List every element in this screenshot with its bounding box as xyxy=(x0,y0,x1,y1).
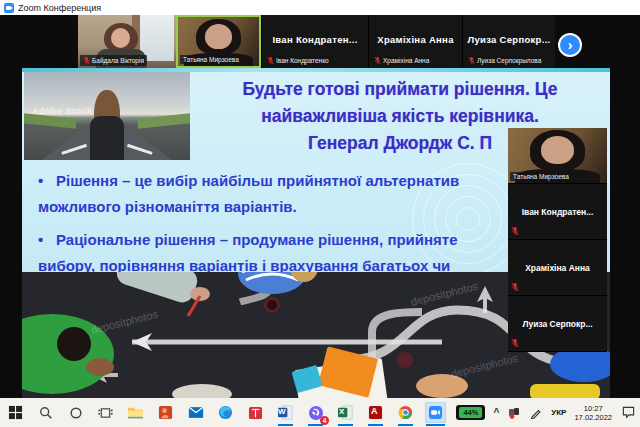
participant-strip: Байдала Вікторія Татьяна Мирзоева Іван К… xyxy=(0,15,640,68)
tray-app-icon xyxy=(508,407,520,419)
excel-app-button[interactable]: X xyxy=(336,403,355,422)
pen-icon xyxy=(530,407,542,419)
participant-name-label: Байдала Вікторія xyxy=(80,55,147,66)
tray-overflow-button[interactable]: ^ xyxy=(493,407,499,418)
windows-ink-button[interactable] xyxy=(529,406,543,420)
system-tray: 44% ^ УКР 10:27 17.02.2022 xyxy=(456,404,640,422)
folder-icon xyxy=(127,405,144,420)
sidebar-tile-kondratenko[interactable]: Іван Кондратен... xyxy=(508,184,607,240)
muted-mic-icon xyxy=(511,338,519,348)
battery-widget[interactable]: 44% xyxy=(456,405,485,420)
start-button[interactable] xyxy=(6,403,25,422)
viber-badge: 4 xyxy=(320,416,329,425)
battery-percent: 44% xyxy=(459,407,482,418)
shared-screen-area: Adobe Stock Будьте готові приймати рішен… xyxy=(0,68,640,398)
muted-mic-icon xyxy=(511,282,519,292)
edge-browser-button[interactable] xyxy=(216,403,235,422)
sidebar-video-mirzoeva[interactable]: Татьяна Мирзоева xyxy=(508,128,607,184)
books-app-button[interactable] xyxy=(246,403,265,422)
muted-mic-icon xyxy=(267,56,274,65)
muted-mic-icon xyxy=(374,56,381,65)
muted-mic-icon xyxy=(511,226,519,236)
word-app-button[interactable]: W xyxy=(276,403,295,422)
notification-icon xyxy=(622,406,635,419)
file-explorer-button[interactable] xyxy=(126,403,145,422)
task-view-button[interactable] xyxy=(96,403,115,422)
participant-name-label: Татьяна Мирзоева xyxy=(180,55,242,64)
name-tile-khramikhina[interactable]: Храміхіна Анна Храміхіна Анна xyxy=(368,15,462,68)
chrome-icon xyxy=(398,405,413,420)
mail-app-button[interactable] xyxy=(186,403,205,422)
cortana-icon xyxy=(69,406,83,420)
viber-app-button[interactable]: 4 xyxy=(306,403,325,422)
chevron-right-icon: › xyxy=(568,37,573,53)
tray-app-button[interactable] xyxy=(507,406,521,420)
muted-mic-icon xyxy=(83,56,90,65)
task-view-icon xyxy=(98,406,113,420)
window-titlebar: Zoom Конференция xyxy=(0,0,640,15)
sidebar-tile-khramikhina[interactable]: Храміхіна Анна xyxy=(508,240,607,296)
video-tile-mirzoeva[interactable]: Татьяна Мирзоева xyxy=(176,15,261,68)
action-center-button[interactable] xyxy=(620,405,636,421)
bullet-item: •Рішення – це вибір найбільш прийнятної … xyxy=(30,168,535,220)
zoom-meeting-window: Zoom Конференция Байдала Вікторія Татьян… xyxy=(0,0,640,427)
muted-mic-icon xyxy=(468,56,475,65)
participant-name-label: Татьяна Мирзоева xyxy=(510,172,572,181)
crossroads-image: Adobe Stock xyxy=(24,72,190,160)
windows-taskbar: W 4 X A 44% ^ xyxy=(0,398,640,427)
date: 17.02.2022 xyxy=(574,413,612,422)
slide-bullets: •Рішення – це вибір найбільш прийнятної … xyxy=(30,168,535,286)
mail-icon xyxy=(188,406,204,419)
people-app-button[interactable] xyxy=(156,403,175,422)
participant-name-label: Іван Кондратенко xyxy=(264,55,332,66)
participant-sidebar: Татьяна Мирзоева Іван Кондратен... Храмі… xyxy=(508,128,607,352)
cortana-button[interactable] xyxy=(66,403,85,422)
participant-name-label: Храміхіна Анна xyxy=(371,55,432,66)
video-tile-baidala[interactable]: Байдала Вікторія xyxy=(78,15,176,68)
name-tile-serpokrylova[interactable]: Луиза Серпокр... Луиза Серпокрылова xyxy=(462,15,555,68)
zoom-app-button[interactable] xyxy=(426,403,445,422)
zoom-icon xyxy=(428,405,443,420)
window-title: Zoom Конференция xyxy=(18,3,101,13)
language-indicator[interactable]: УКР xyxy=(551,408,566,417)
red-book-icon xyxy=(248,406,263,420)
search-button[interactable] xyxy=(36,403,55,422)
participant-name-label: Луиза Серпокрылова xyxy=(465,55,544,66)
red-app-icon xyxy=(158,405,173,420)
zoom-app-icon xyxy=(4,3,14,13)
chrome-browser-button[interactable] xyxy=(396,403,415,422)
acrobat-app-button[interactable]: A xyxy=(366,403,385,422)
stock-watermark: Adobe Stock xyxy=(32,106,93,116)
next-participants-button[interactable]: › xyxy=(558,33,582,57)
windows-logo-icon xyxy=(8,405,23,420)
sidebar-tile-serpokrylova[interactable]: Луиза Серпокр... xyxy=(508,296,607,352)
name-tile-kondratenko[interactable]: Іван Кондратен... Іван Кондратенко xyxy=(261,15,368,68)
search-icon xyxy=(39,406,53,420)
time: 10:27 xyxy=(574,404,612,413)
edge-icon xyxy=(218,405,233,420)
clock[interactable]: 10:27 17.02.2022 xyxy=(574,404,612,422)
